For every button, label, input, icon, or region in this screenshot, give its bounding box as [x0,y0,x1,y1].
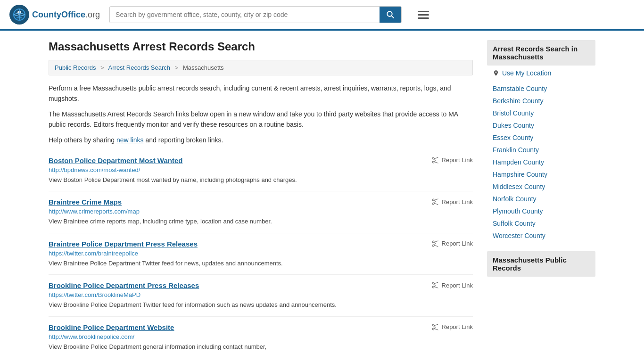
description-1: Perform a free Massachusetts public arre… [49,83,473,104]
report-link-label: Report Link [442,282,473,289]
result-header: Brookline Police Department Website Repo… [49,323,473,331]
list-item: Barnstable County [487,82,595,95]
svg-line-26 [434,282,438,284]
scissors-icon [431,281,439,289]
report-link-label: Report Link [442,240,473,247]
county-link[interactable]: Berkshire County [493,97,543,105]
svg-line-27 [434,287,438,288]
list-item: Berkshire County [487,95,595,107]
report-link-button[interactable]: Report Link [431,156,473,164]
result-title[interactable]: Boston Police Department Most Wanted [49,156,182,165]
list-item: Hampshire County [487,168,595,181]
county-link[interactable]: Franklin County [493,146,539,154]
county-link[interactable]: Hampden County [493,158,544,166]
svg-line-23 [434,244,435,245]
svg-line-16 [434,200,435,202]
use-location-button[interactable]: Use My Location [487,66,595,81]
breadcrumb-public-records[interactable]: Public Records [55,64,96,71]
svg-line-29 [434,285,435,287]
svg-line-32 [434,324,438,326]
result-description: View Braintree Police Department Twitter… [49,259,473,268]
result-header: Boston Police Department Most Wanted Rep… [49,156,473,165]
menu-button[interactable] [415,8,432,22]
result-header: Braintree Crime Maps Report Link [49,198,473,206]
search-icon [386,10,395,19]
result-title[interactable]: Braintree Police Department Press Releas… [49,240,198,248]
list-item: Bristol County [487,107,595,119]
list-item: Middlesex County [487,181,595,193]
search-input[interactable] [110,7,380,23]
result-title[interactable]: Brookline Police Department Press Releas… [49,281,199,289]
sidebar-section-title-1: Arrest Records Search in Massachusetts [487,40,595,66]
report-link-button[interactable]: Report Link [431,198,473,206]
main-content: Massachusetts Arrest Records Search Publ… [49,40,473,358]
scissors-icon [431,240,439,247]
svg-line-10 [434,159,435,160]
breadcrumb-arrest-records[interactable]: Arrest Records Search [108,64,171,71]
svg-line-15 [434,203,438,205]
result-item: Braintree Police Department Press Releas… [49,233,473,275]
menu-line-3 [418,17,429,19]
county-link[interactable]: Barnstable County [493,85,547,92]
site-logo[interactable]: CountyOffice.org [9,5,100,25]
county-link[interactable]: Plymouth County [493,207,543,215]
county-link[interactable]: Worcester County [493,232,545,239]
county-link[interactable]: Middlesex County [493,183,545,190]
site-header: CountyOffice.org [0,0,644,31]
report-link-label: Report Link [442,323,473,330]
breadcrumb-current: Massachusetts [183,64,224,71]
search-button[interactable] [380,7,401,23]
county-link[interactable]: Norfolk County [493,195,537,203]
result-header: Brookline Police Department Press Releas… [49,281,473,289]
result-item: Boston Police Department Most Wanted Rep… [49,150,473,192]
result-description: View Boston Police Department most wante… [49,175,473,185]
page-title: Massachusetts Arrest Records Search [49,40,473,53]
scissors-icon [431,156,439,164]
list-item: Suffolk County [487,217,595,230]
report-link-button[interactable]: Report Link [431,240,473,247]
menu-line-2 [418,14,429,16]
location-pin-icon [493,70,499,76]
result-header: Braintree Police Department Press Releas… [49,240,473,248]
description-3: Help others by sharing new links and rep… [49,135,473,145]
county-link[interactable]: Suffolk County [493,220,536,227]
results-list: Boston Police Department Most Wanted Rep… [49,150,473,359]
report-link-button[interactable]: Report Link [431,323,473,331]
scissors-icon [431,198,439,206]
result-title[interactable]: Braintree Crime Maps [49,198,122,206]
county-link[interactable]: Bristol County [493,109,534,117]
sidebar-section-title-2: Massachusetts Public Records [487,251,595,277]
report-link-label: Report Link [442,156,473,164]
svg-line-9 [434,162,438,163]
county-link[interactable]: Essex County [493,134,533,141]
report-link-button[interactable]: Report Link [431,281,473,289]
svg-line-21 [434,245,438,247]
result-description: View Brookline Police Department general… [49,342,473,352]
list-item: Hampden County [487,156,595,168]
county-link[interactable]: Dukes County [493,122,534,129]
result-url[interactable]: https://twitter.com/braintreepolice [49,250,473,257]
svg-line-8 [434,157,438,159]
county-link[interactable]: Hampshire County [493,171,547,178]
result-description: View Brookline Police Department Twitter… [49,300,473,310]
result-url[interactable]: https://twitter.com/BrooklineMaPD [49,291,473,298]
result-url[interactable]: http://bpdnews.com/most-wanted/ [49,166,473,173]
svg-line-22 [434,242,435,244]
logo-icon [9,5,29,25]
menu-line-1 [418,11,429,12]
list-item: Worcester County [487,230,595,242]
svg-line-20 [434,241,438,242]
svg-line-34 [434,326,435,327]
use-location-label: Use My Location [502,69,551,77]
scissors-icon [431,323,439,331]
new-links-link[interactable]: new links [116,136,144,144]
list-item: Franklin County [487,144,595,156]
search-bar [109,6,402,23]
result-item: Braintree Crime Maps Report Link http://… [49,191,473,233]
result-title[interactable]: Brookline Police Department Website [49,323,174,331]
result-url[interactable]: http://www.brooklinepolice.com/ [49,333,473,340]
svg-line-5 [392,16,394,18]
result-url[interactable]: http://www.crimereports.com/map [49,208,473,215]
report-link-label: Report Link [442,198,473,206]
svg-line-28 [434,284,435,285]
